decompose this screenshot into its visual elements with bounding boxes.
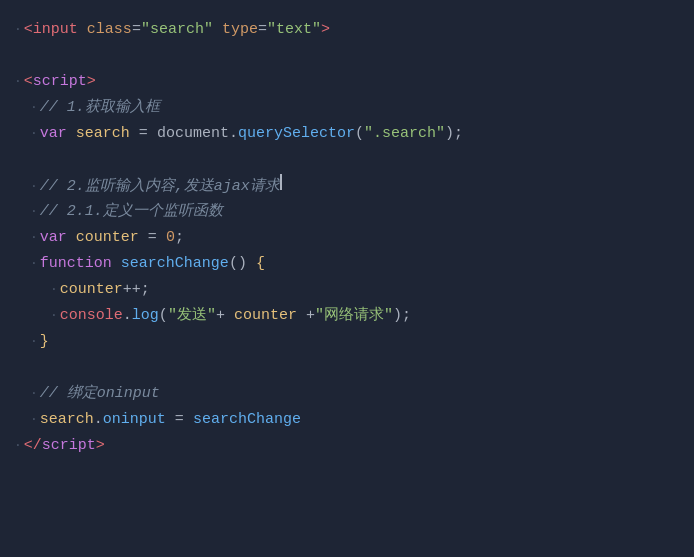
token-counter3: counter bbox=[234, 304, 297, 328]
dot: · bbox=[50, 306, 58, 327]
token-str-net: "网络请求" bbox=[315, 304, 393, 328]
token-counter2: counter bbox=[60, 278, 123, 302]
token-script-kw: script bbox=[33, 70, 87, 94]
dot: · bbox=[30, 177, 38, 198]
token-zero: 0 bbox=[166, 226, 175, 250]
token-var2: var bbox=[40, 226, 67, 250]
token-script-close-kw: script bbox=[42, 434, 96, 458]
token-counter-var: counter bbox=[76, 226, 139, 250]
code-editor: · <input class="search" type="text"> · <… bbox=[0, 0, 694, 557]
code-line-comment1: · // 1.获取输入框 bbox=[10, 96, 694, 122]
dot4: . bbox=[94, 408, 103, 432]
dot: · bbox=[30, 202, 38, 223]
code-line-var-search: · var search = document.querySelector(".… bbox=[10, 122, 694, 148]
token-comment2-1: // 2.1.定义一个监听函数 bbox=[40, 200, 223, 224]
token-tag-open: < bbox=[24, 18, 33, 42]
dot: · bbox=[30, 384, 38, 405]
token-script-bracket-open: < bbox=[24, 70, 33, 94]
semi2: ; bbox=[175, 226, 184, 250]
semi4: ; bbox=[402, 304, 411, 328]
token-oninput: oninput bbox=[103, 408, 166, 432]
code-line-comment3: · // 绑定oninput bbox=[10, 382, 694, 408]
token-plus2: + bbox=[297, 304, 315, 328]
code-line-console-log: · console.log("发送"+ counter +"网络请求"); bbox=[10, 304, 694, 330]
dot2: . bbox=[229, 122, 238, 146]
paren2: ) bbox=[445, 122, 454, 146]
code-line-close-brace: · } bbox=[10, 330, 694, 356]
text-cursor bbox=[280, 174, 282, 190]
token-tag-name: input bbox=[33, 18, 78, 42]
paren3: () bbox=[229, 252, 247, 276]
token-eq2: = bbox=[258, 18, 267, 42]
token-console: console bbox=[60, 304, 123, 328]
sp2: = bbox=[130, 122, 157, 146]
dot: · bbox=[30, 228, 38, 249]
code-line-comment2: · // 2.监听输入内容,发送ajax请求 bbox=[10, 174, 694, 200]
token-comment3: // 绑定oninput bbox=[40, 382, 160, 406]
empty-line-2 bbox=[10, 148, 694, 174]
token-str-search: "search" bbox=[141, 18, 213, 42]
dot: · bbox=[14, 436, 22, 457]
token-space2 bbox=[213, 18, 222, 42]
token-plus1: + bbox=[216, 304, 234, 328]
dot: · bbox=[50, 280, 58, 301]
token-str-selector: ".search" bbox=[364, 122, 445, 146]
code-line-1: · <input class="search" type="text"> bbox=[10, 18, 694, 44]
sp bbox=[67, 122, 76, 146]
paren4: ( bbox=[159, 304, 168, 328]
code-line-comment2-1: · // 2.1.定义一个监听函数 bbox=[10, 200, 694, 226]
empty-line-3 bbox=[10, 356, 694, 382]
paren5: ) bbox=[393, 304, 402, 328]
dot: · bbox=[30, 124, 38, 145]
semi3: ; bbox=[141, 278, 150, 302]
token-str-text: "text" bbox=[267, 18, 321, 42]
dot: · bbox=[30, 410, 38, 431]
token-script-close-end: > bbox=[96, 434, 105, 458]
code-line-func-def: · function searchChange() { bbox=[10, 252, 694, 278]
dot: · bbox=[14, 20, 22, 41]
token-comment2: // 2.监听输入内容,发送ajax请求 bbox=[40, 175, 280, 199]
code-line-script-open: · <script> bbox=[10, 70, 694, 96]
brace-open: { bbox=[256, 252, 265, 276]
code-line-counter: · var counter = 0; bbox=[10, 226, 694, 252]
token-str-fasong: "发送" bbox=[168, 304, 216, 328]
dot: · bbox=[30, 332, 38, 353]
brace-close: } bbox=[40, 330, 49, 354]
code-line-counter-inc: · counter++; bbox=[10, 278, 694, 304]
token-script-bracket-close: > bbox=[87, 70, 96, 94]
semi1: ; bbox=[454, 122, 463, 146]
token-var1: var bbox=[40, 122, 67, 146]
token-tag-close: > bbox=[321, 18, 330, 42]
dot3: . bbox=[123, 304, 132, 328]
code-line-oninput: · search.oninput = searchChange bbox=[10, 408, 694, 434]
token-eq: = bbox=[132, 18, 141, 42]
sp5 bbox=[112, 252, 121, 276]
token-func-name: searchChange bbox=[121, 252, 229, 276]
token-searchChange2: searchChange bbox=[193, 408, 301, 432]
token-function-kw: function bbox=[40, 252, 112, 276]
token-querySelector: querySelector bbox=[238, 122, 355, 146]
sp4: = bbox=[139, 226, 166, 250]
token-incr: ++ bbox=[123, 278, 141, 302]
sp3 bbox=[67, 226, 76, 250]
token-log: log bbox=[132, 304, 159, 328]
code-line-script-close: · </script> bbox=[10, 434, 694, 460]
token-attr-type: type bbox=[222, 18, 258, 42]
dot: · bbox=[30, 254, 38, 275]
token-comment1: // 1.获取输入框 bbox=[40, 96, 160, 120]
token-search2: search bbox=[40, 408, 94, 432]
dot: · bbox=[30, 98, 38, 119]
empty-line-1 bbox=[10, 44, 694, 70]
token-search-var: search bbox=[76, 122, 130, 146]
token-script-close-bracket: </ bbox=[24, 434, 42, 458]
token-attr-class: class bbox=[87, 18, 132, 42]
paren1: ( bbox=[355, 122, 364, 146]
token-space bbox=[78, 18, 87, 42]
sp7: = bbox=[166, 408, 193, 432]
token-document: document bbox=[157, 122, 229, 146]
sp6 bbox=[247, 252, 256, 276]
dot: · bbox=[14, 72, 22, 93]
